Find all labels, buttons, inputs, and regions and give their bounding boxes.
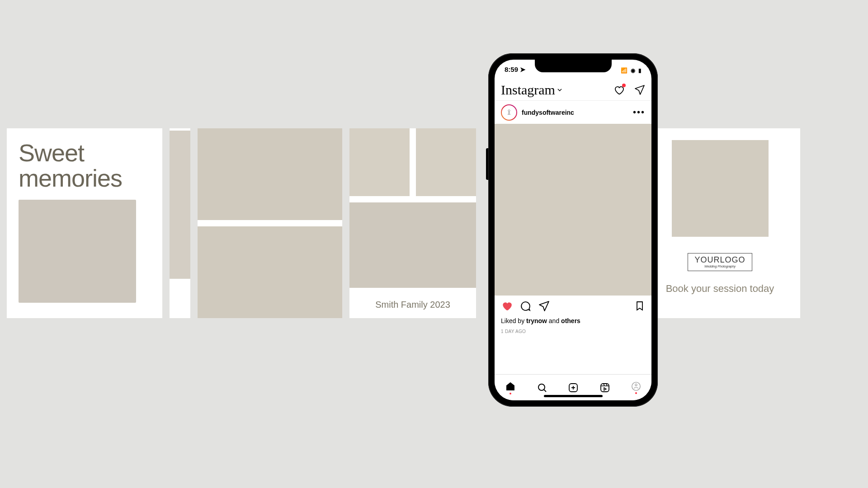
tab-profile[interactable] (631, 381, 641, 394)
comment-icon[interactable] (520, 300, 531, 312)
app-name: Instagram (501, 82, 555, 98)
svg-point-0 (538, 384, 545, 390)
photo-placeholder (349, 128, 410, 196)
home-indicator (544, 395, 603, 397)
tab-create[interactable] (568, 382, 579, 393)
panel-caption: Smith Family 2023 (349, 294, 476, 318)
messenger-icon[interactable] (634, 84, 645, 95)
bookmark-icon[interactable] (634, 300, 645, 311)
chevron-down-icon (557, 87, 562, 93)
post-age: 1 DAY AGO (495, 324, 651, 334)
instagram-header: Instagram (495, 80, 651, 100)
photo-placeholder (198, 226, 342, 318)
status-right: 📶 ◉ ▮ (619, 66, 642, 74)
post-username[interactable]: fundysoftwareinc (522, 109, 574, 116)
phone-screen: 8:59 ➤ 📶 ◉ ▮ Instagram (495, 60, 651, 400)
like-icon[interactable] (501, 300, 513, 312)
photo-placeholder (19, 200, 136, 303)
likes-user: trynow (526, 317, 547, 324)
instagram-logo[interactable]: Instagram (501, 82, 562, 98)
tab-reels[interactable] (599, 382, 610, 393)
panel-sliver (170, 128, 190, 318)
likes-text[interactable]: Liked by trynow and others (495, 316, 651, 324)
likes-suffix: others (561, 317, 580, 324)
photo-placeholder (349, 202, 476, 288)
tab-search[interactable] (537, 382, 547, 393)
battery-icon: ▮ (638, 67, 642, 74)
share-icon[interactable] (538, 300, 550, 312)
phone-notch (535, 60, 612, 72)
phone-mockup: 8:59 ➤ 📶 ◉ ▮ Instagram (488, 53, 658, 407)
avatar-image (502, 105, 516, 120)
location-arrow-icon: ➤ (520, 66, 526, 73)
title-line-2: memories (19, 164, 122, 192)
logo-subtext: Wedding Photography (694, 265, 745, 268)
time-text: 8:59 (505, 66, 518, 73)
panel-two-stack (198, 128, 342, 318)
signal-icon: 📶 (621, 67, 627, 74)
panel-book-session: YOURLOGO Wedding Photography Book your s… (640, 128, 800, 318)
likes-mid: and (549, 317, 559, 324)
photo-placeholder (198, 128, 342, 220)
panel-smith-family: Smith Family 2023 (349, 128, 476, 318)
panel-title: Sweet memories (19, 140, 151, 191)
svg-rect-2 (601, 384, 609, 392)
more-icon[interactable]: ••• (633, 107, 645, 117)
likes-prefix: Liked by (501, 317, 524, 324)
svg-point-3 (632, 382, 640, 390)
wifi-icon: ◉ (631, 67, 635, 74)
photo-placeholder (416, 128, 476, 196)
activity-icon[interactable] (613, 84, 624, 95)
post-actions (495, 296, 651, 316)
cta-text: Book your session today (666, 283, 774, 295)
photo-placeholder (672, 140, 769, 237)
carousel-strip: Sweet memories Smith Family 2023 YOURLOG… (7, 128, 812, 318)
logo-text: YOURLOGO (694, 255, 745, 264)
tab-home[interactable] (505, 381, 516, 394)
status-time: 8:59 ➤ (505, 66, 526, 74)
title-line-1: Sweet (19, 139, 84, 166)
post-header: fundysoftwareinc ••• (495, 100, 651, 124)
panel-sweet-memories: Sweet memories (7, 128, 162, 318)
post-image[interactable] (495, 124, 651, 296)
avatar[interactable] (501, 104, 517, 121)
logo-box: YOURLOGO Wedding Photography (688, 253, 752, 271)
